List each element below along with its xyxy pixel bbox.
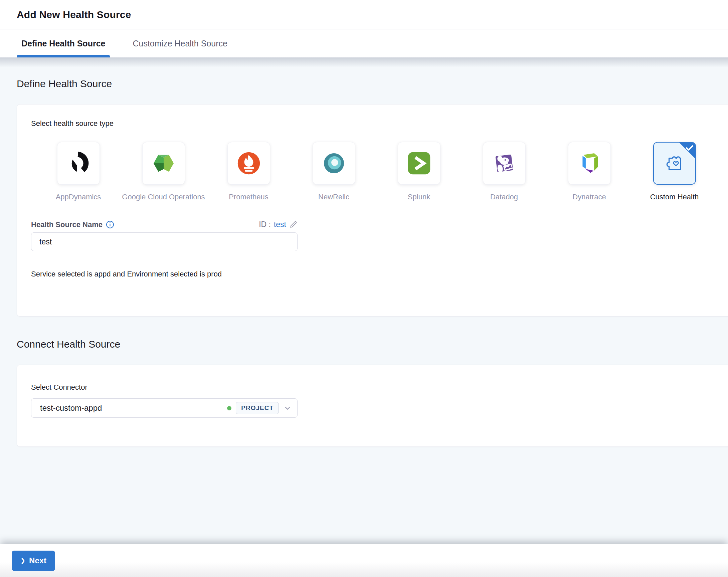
source-label: Dynatrace: [572, 193, 606, 201]
tab-customize-health-source[interactable]: Customize Health Source: [128, 29, 232, 57]
next-button[interactable]: ❯ Next: [12, 551, 55, 571]
source-tile-datadog[interactable]: [483, 142, 526, 185]
source-tile-prometheus[interactable]: [228, 142, 270, 185]
chevron-right-icon: ❯: [20, 557, 25, 564]
connector-value: test-custom-appd: [40, 403, 227, 413]
pencil-icon[interactable]: [289, 220, 297, 229]
connector-status-dot: [227, 406, 231, 410]
prometheus-icon: [236, 151, 261, 176]
source-label: NewRelic: [318, 193, 349, 201]
id-value-link[interactable]: test: [274, 220, 286, 229]
dialog-header: Add New Health Source: [0, 0, 728, 29]
id-display: ID : test: [259, 220, 297, 229]
main-content: Define Health Source Select health sourc…: [0, 57, 728, 544]
health-source-name-label: Health Source Name: [31, 220, 103, 229]
active-tab-underline: [17, 55, 110, 57]
connect-health-source-card: Select Connector test-custom-appd PROJEC…: [17, 365, 728, 447]
source-tile-newrelic[interactable]: [313, 142, 355, 185]
source-tile-google-cloud-operations[interactable]: [142, 142, 185, 185]
tab-define-health-source[interactable]: Define Health Source: [17, 29, 110, 57]
service-environment-note: Service selected is appd and Environment…: [31, 270, 717, 279]
checkmark-icon: [686, 145, 693, 151]
source-label: Prometheus: [229, 193, 268, 201]
connect-section-heading: Connect Health Source: [17, 339, 728, 350]
google-cloud-operations-icon: [151, 151, 176, 176]
connector-scope-badge: PROJECT: [236, 402, 279, 414]
health-source-type-grid: AppDynamics Google Cloud Operations Prom…: [36, 142, 717, 201]
health-source-name-input[interactable]: [31, 232, 297, 251]
source-label: Datadog: [490, 193, 518, 201]
connector-select[interactable]: test-custom-appd PROJECT: [31, 398, 297, 418]
tab-bar: Define Health Source Customize Health So…: [0, 29, 728, 57]
page-title: Add New Health Source: [17, 9, 131, 20]
splunk-icon: [407, 151, 432, 176]
source-tile-splunk[interactable]: [398, 142, 440, 185]
source-tile-dynatrace[interactable]: [568, 142, 611, 185]
source-tile-appdynamics[interactable]: [57, 142, 100, 185]
source-tile-custom-health[interactable]: [653, 142, 696, 185]
health-source-name-row: Health Source Name ID : test: [31, 220, 297, 229]
info-icon[interactable]: [106, 220, 114, 229]
appdynamics-icon: [66, 151, 91, 176]
define-health-source-card: Select health source type: [17, 104, 728, 317]
dynatrace-icon: [577, 151, 602, 176]
newrelic-icon: [321, 151, 347, 176]
source-label: AppDynamics: [56, 193, 101, 201]
source-label-selected: Custom Health: [650, 193, 699, 201]
id-label: ID :: [259, 220, 271, 229]
select-connector-label: Select Connector: [31, 383, 717, 392]
source-label: Splunk: [408, 193, 430, 201]
datadog-icon: [492, 151, 517, 176]
footer-bar: ❯ Next: [0, 544, 728, 577]
source-label: Google Cloud Operations: [122, 193, 205, 201]
define-section-heading: Define Health Source: [17, 57, 728, 89]
chevron-down-icon[interactable]: [284, 404, 291, 412]
select-health-source-type-label: Select health source type: [31, 119, 717, 128]
